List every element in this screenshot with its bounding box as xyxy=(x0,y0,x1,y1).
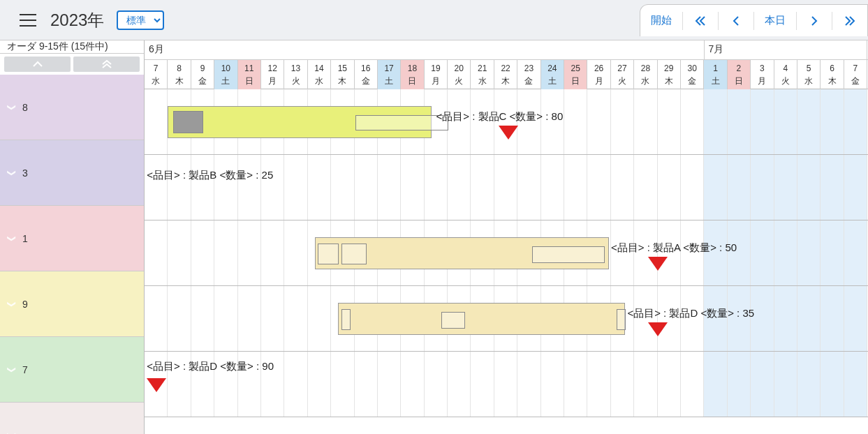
day-header[interactable]: 1土 xyxy=(704,60,727,89)
day-header[interactable]: 20火 xyxy=(448,60,471,89)
day-header[interactable]: 8木 xyxy=(168,60,191,89)
nav-start-button[interactable]: 開始 xyxy=(640,7,682,35)
day-header[interactable]: 24土 xyxy=(541,60,564,89)
day-header[interactable]: 7金 xyxy=(844,60,867,89)
day-header[interactable]: 19月 xyxy=(425,60,448,89)
gantt-task-segment[interactable] xyxy=(341,309,351,330)
order-row[interactable]: ❯9 xyxy=(0,271,144,337)
chevron-down-icon: ❯ xyxy=(7,234,17,244)
day-header[interactable]: 22木 xyxy=(494,60,517,89)
sidebar-scroll-top-button[interactable] xyxy=(73,57,140,72)
day-header[interactable]: 26月 xyxy=(587,60,610,89)
day-header[interactable]: 30金 xyxy=(681,60,704,89)
order-row[interactable]: ❯1 xyxy=(0,206,144,271)
order-sidebar: オーダ 9-15件 (15件中) ❯8❯3❯1❯9❯7❯ xyxy=(0,40,145,434)
gantt-bar-label: <品目> : 製品D <数量> : 90 xyxy=(147,360,274,373)
deadline-marker-icon xyxy=(499,126,518,140)
nav-next-button[interactable] xyxy=(797,7,832,35)
order-id: 9 xyxy=(22,299,28,310)
sidebar-scroll-up-button[interactable] xyxy=(4,57,71,72)
gantt-chart: 6月7月 7水8木9金10土11日12月13火14水15木16金17土18日19… xyxy=(145,40,868,434)
gantt-task-segment[interactable] xyxy=(441,312,464,329)
day-header[interactable]: 27火 xyxy=(611,60,634,89)
gantt-task-segment[interactable] xyxy=(318,244,339,264)
chevron-down-icon: ❯ xyxy=(7,299,17,309)
day-header[interactable]: 28水 xyxy=(634,60,657,89)
day-header[interactable]: 11日 xyxy=(238,60,261,89)
nav-prev-button[interactable] xyxy=(719,7,753,35)
gantt-bar-label: <品目> : 製品A <数量> : 50 xyxy=(611,241,737,255)
day-header[interactable]: 12月 xyxy=(261,60,284,89)
year-label: 2023年 xyxy=(50,9,104,31)
day-header[interactable]: 6木 xyxy=(821,60,844,89)
gantt-row: <品目> : 製品D <数量> : 35 xyxy=(145,286,868,352)
day-header[interactable]: 13火 xyxy=(284,60,307,89)
day-header[interactable]: 16金 xyxy=(355,60,378,89)
day-header[interactable]: 17土 xyxy=(378,60,401,89)
chevron-down-icon: ❯ xyxy=(7,168,17,178)
day-header[interactable]: 15木 xyxy=(331,60,354,89)
gantt-task-segment[interactable] xyxy=(617,309,626,330)
day-header[interactable]: 9金 xyxy=(191,60,214,89)
order-row[interactable]: ❯ xyxy=(0,403,144,434)
gantt-row: <品目> : 製品A <数量> : 50 xyxy=(145,220,868,286)
gantt-bar-label: <品目> : 製品D <数量> : 35 xyxy=(627,307,754,320)
gantt-row: <品目> : 製品C <数量> : 80 xyxy=(145,89,868,155)
day-header[interactable]: 25日 xyxy=(564,60,587,89)
day-header[interactable]: 18日 xyxy=(401,60,424,89)
gantt-row: <品目> : 製品B <数量> : 25 xyxy=(145,155,868,220)
chevron-down-icon: ❯ xyxy=(7,103,17,112)
day-header[interactable]: 14水 xyxy=(308,60,331,89)
day-header[interactable]: 21水 xyxy=(471,60,494,89)
display-mode-select[interactable]: 標準 xyxy=(117,10,164,30)
order-id: 8 xyxy=(22,102,28,113)
menu-icon[interactable] xyxy=(20,14,36,27)
nav-today-button[interactable]: 本日 xyxy=(754,7,796,35)
day-header[interactable]: 4火 xyxy=(774,60,797,89)
month-header: 6月 xyxy=(145,40,705,59)
gantt-bar[interactable] xyxy=(315,237,609,269)
gantt-task-segment[interactable] xyxy=(532,246,605,263)
gantt-bar[interactable] xyxy=(338,303,625,335)
order-row[interactable]: ❯7 xyxy=(0,337,144,403)
order-row[interactable]: ❯3 xyxy=(0,140,144,206)
nav-first-button[interactable] xyxy=(683,7,718,35)
gantt-row: <品目> : 製品D <数量> : 90 xyxy=(145,352,868,417)
nav-last-button[interactable] xyxy=(832,7,867,35)
order-id: 3 xyxy=(22,167,28,179)
day-header[interactable]: 2日 xyxy=(728,60,751,89)
gantt-bar-label: <品目> : 製品C <数量> : 80 xyxy=(436,110,564,124)
day-header[interactable]: 29木 xyxy=(658,60,681,89)
day-header[interactable]: 10土 xyxy=(214,60,237,89)
month-header: 7月 xyxy=(705,40,868,59)
chevron-down-icon: ❯ xyxy=(7,431,17,435)
timeline-nav: 開始 本日 xyxy=(640,4,868,36)
gantt-task-segment[interactable] xyxy=(355,115,449,130)
day-header[interactable]: 23金 xyxy=(517,60,540,89)
order-id: 1 xyxy=(22,233,28,244)
day-header[interactable]: 5水 xyxy=(797,60,821,89)
top-bar: 2023年 標準 開始 本日 xyxy=(0,0,868,40)
deadline-marker-icon xyxy=(648,322,668,336)
deadline-marker-icon xyxy=(147,378,166,392)
chevron-down-icon: ❯ xyxy=(7,365,17,375)
sidebar-header: オーダ 9-15件 (15件中) xyxy=(0,40,144,54)
order-id: 7 xyxy=(22,364,28,375)
order-row[interactable]: ❯8 xyxy=(0,75,144,140)
deadline-marker-icon xyxy=(648,257,668,271)
timeline-header: 6月7月 7水8木9金10土11日12月13火14水15木16金17土18日19… xyxy=(145,40,868,89)
gantt-task-segment[interactable] xyxy=(341,244,367,264)
gantt-task-segment[interactable] xyxy=(173,111,203,133)
gantt-bar-label: <品目> : 製品B <数量> : 25 xyxy=(147,169,273,182)
day-header[interactable]: 3月 xyxy=(751,60,774,89)
gantt-bar[interactable] xyxy=(168,106,431,138)
day-header[interactable]: 7水 xyxy=(145,60,168,89)
